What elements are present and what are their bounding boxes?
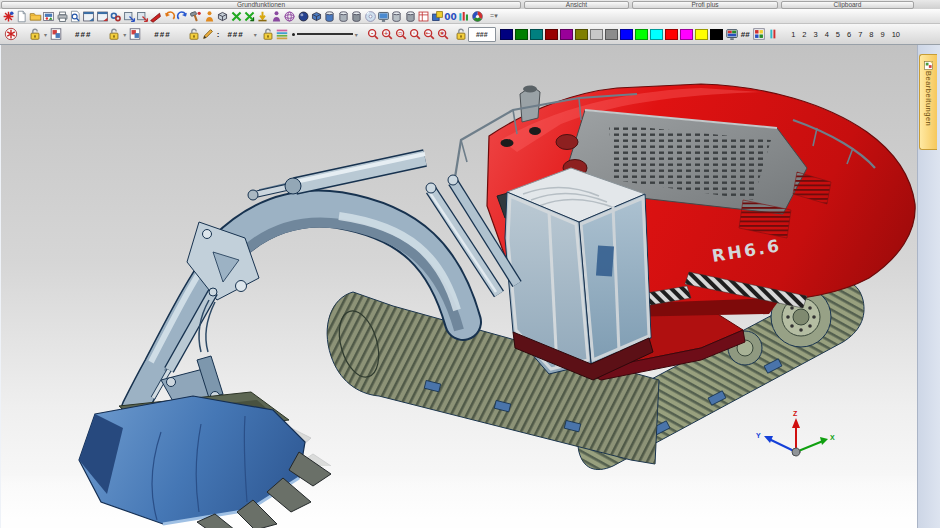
pen-value[interactable]: ###: [154, 30, 170, 39]
cube-blue-icon[interactable]: [310, 10, 323, 23]
figure-purple-icon[interactable]: [270, 10, 283, 23]
scale-combo[interactable]: ###: [468, 27, 496, 42]
viewport-3d[interactable]: RH6.6: [0, 45, 917, 528]
lineweight-lock-icon[interactable]: [261, 27, 275, 41]
layer-number-button[interactable]: 10: [888, 30, 903, 39]
sphere-navy-icon[interactable]: [297, 10, 310, 23]
zoom-previous-icon[interactable]: ←: [422, 27, 436, 41]
insert-down-icon[interactable]: [256, 10, 269, 23]
figure-orange-icon[interactable]: [203, 10, 216, 23]
lineweight-caret[interactable]: ▾: [353, 31, 360, 38]
color-swatch[interactable]: [530, 29, 543, 40]
layer-number-button[interactable]: 4: [821, 30, 832, 39]
color-swatch[interactable]: [665, 29, 678, 40]
window-variant-icon[interactable]: [96, 10, 109, 23]
color-swatch[interactable]: [650, 29, 663, 40]
layer-number-button[interactable]: 6: [844, 30, 855, 39]
new-document-icon[interactable]: [15, 10, 28, 23]
stats-bars-icon[interactable]: [457, 10, 470, 23]
color-swatch[interactable]: [695, 29, 708, 40]
linetype-dropdown-caret[interactable]: ▾: [252, 31, 259, 38]
part-overlay-icon[interactable]: [431, 10, 444, 23]
color-swatch[interactable]: [710, 29, 723, 40]
settings-gears-icon[interactable]: [109, 10, 122, 23]
color-wheel-icon[interactable]: [471, 10, 484, 23]
scale-lock-icon[interactable]: [454, 27, 468, 41]
color-swatch[interactable]: [590, 29, 603, 40]
linetype-value[interactable]: ###: [227, 30, 243, 39]
color-swatch[interactable]: [575, 29, 588, 40]
disk-gray-2-icon[interactable]: [350, 10, 363, 23]
layer-value[interactable]: ###: [75, 30, 91, 39]
zoom-window-icon[interactable]: ▫: [394, 27, 408, 41]
zoom-all-icon[interactable]: ∗: [436, 27, 450, 41]
delete-element-icon[interactable]: [230, 10, 243, 23]
color-swatch[interactable]: [515, 29, 528, 40]
screen-colors-icon[interactable]: [725, 27, 739, 41]
can-gray-icon[interactable]: [390, 10, 403, 23]
disk-gray-icon[interactable]: [337, 10, 350, 23]
open-folder-icon[interactable]: [29, 10, 42, 23]
toolbar-overflow-button[interactable]: =▾: [490, 13, 498, 19]
print-icon[interactable]: [56, 10, 69, 23]
solid-box-gray-icon[interactable]: [216, 10, 229, 23]
zoom-tool-group: -+▫·←∗: [366, 27, 450, 41]
cylinder-blue-icon[interactable]: [323, 10, 336, 23]
lineweight-preview[interactable]: [297, 33, 353, 35]
save-image-icon[interactable]: [42, 10, 55, 23]
layer-number-button[interactable]: 3: [810, 30, 821, 39]
toolbar-group-ansicht[interactable]: Ansicht: [524, 1, 629, 9]
hatch-icon[interactable]: [275, 27, 289, 41]
pen-doc-icon[interactable]: [128, 27, 142, 41]
pen-dropdown-caret[interactable]: ▾: [121, 31, 128, 38]
print-preview-icon[interactable]: [69, 10, 82, 23]
palette-grid-icon[interactable]: [752, 27, 766, 41]
toolbar-group-profi-plus[interactable]: Profi plus: [632, 1, 778, 9]
layer-lock-icon[interactable]: [28, 27, 42, 41]
zoom-fit-icon[interactable]: ·: [408, 27, 422, 41]
linetype-lock-icon[interactable]: [187, 27, 201, 41]
bearbeitungen-tab[interactable]: Bearbeitungen: [919, 54, 937, 150]
layer-dropdown-caret[interactable]: ▾: [42, 31, 49, 38]
export-window-red-icon[interactable]: [136, 10, 149, 23]
cd-disc-icon[interactable]: [364, 10, 377, 23]
erase-icon[interactable]: [149, 10, 162, 23]
reference-point-icon[interactable]: [4, 27, 18, 41]
toolbar-group-grundfunktionen[interactable]: Grundfunktionen: [1, 1, 521, 9]
layer-doc-icon[interactable]: [49, 27, 63, 41]
new-window-icon[interactable]: [82, 10, 95, 23]
color-swatch[interactable]: [635, 29, 648, 40]
layer-number-button[interactable]: 2: [799, 30, 810, 39]
tool-hammer-icon[interactable]: [189, 10, 202, 23]
redo-icon[interactable]: [176, 10, 189, 23]
layer-number-button[interactable]: 1: [788, 30, 799, 39]
layer-number-button[interactable]: 7: [855, 30, 866, 39]
monitor-blue-icon[interactable]: [377, 10, 390, 23]
pencil-icon[interactable]: [201, 27, 215, 41]
mesh-sphere-icon[interactable]: [283, 10, 296, 23]
pen-lock-icon[interactable]: [107, 27, 121, 41]
layer-number-button[interactable]: 8: [866, 30, 877, 39]
new-part-icon[interactable]: [2, 10, 15, 23]
export-window-blue-icon[interactable]: [123, 10, 136, 23]
layer-number-button[interactable]: 9: [877, 30, 888, 39]
move-element-icon[interactable]: [243, 10, 256, 23]
zoom-in-icon[interactable]: +: [380, 27, 394, 41]
color-swatch[interactable]: [500, 29, 513, 40]
toolbar-group-clipboard[interactable]: Clipboard: [781, 1, 914, 9]
mini-bars-icon[interactable]: [766, 27, 780, 41]
color-swatch[interactable]: [545, 29, 558, 40]
color-swatch[interactable]: [560, 29, 573, 40]
color-swatch[interactable]: [605, 29, 618, 40]
viewport-3d-canvas[interactable]: RH6.6: [1, 45, 917, 528]
undo-icon[interactable]: [163, 10, 176, 23]
application-window: Grundfunktionen Ansicht Profi plus Clipb…: [0, 0, 940, 528]
pages-00-icon[interactable]: 00: [444, 10, 457, 23]
can-gray-2-icon[interactable]: [404, 10, 417, 23]
color-swatch[interactable]: [680, 29, 693, 40]
grid-red-icon[interactable]: [417, 10, 430, 23]
zoom-out-icon[interactable]: -: [366, 27, 380, 41]
hash-label[interactable]: ##: [741, 30, 750, 39]
color-swatch[interactable]: [620, 29, 633, 40]
layer-number-button[interactable]: 5: [832, 30, 843, 39]
